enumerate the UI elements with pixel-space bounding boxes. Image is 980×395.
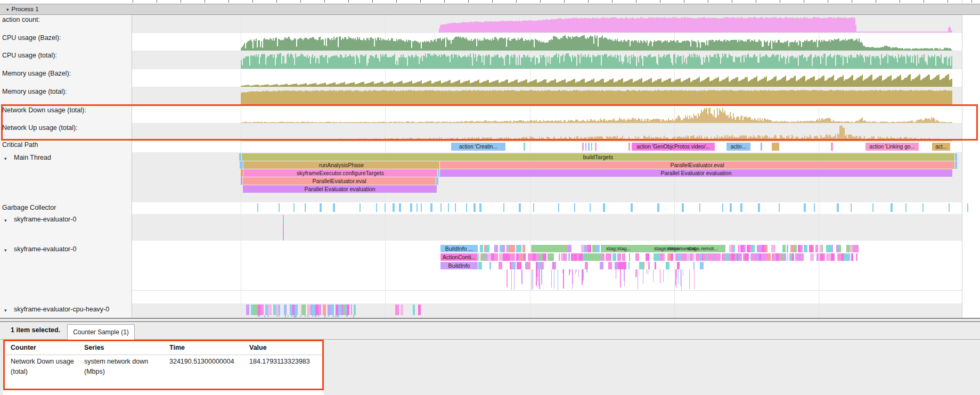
skyframe-seg[interactable] [513,253,515,261]
skyframe-seg[interactable] [655,262,656,269]
skyframe-seg[interactable] [858,245,859,252]
skyframe-seg[interactable] [488,245,489,252]
cpu-heavy-seg[interactable] [401,305,403,315]
critical-path-band[interactable] [132,142,962,152]
gc-tick[interactable] [393,203,395,212]
skyframe-seg[interactable] [566,253,567,261]
gc-tick[interactable] [905,203,907,212]
skyframe-seg[interactable] [522,245,525,252]
skyframe-seg[interactable] [512,245,515,252]
skyframe-seg[interactable] [687,253,690,261]
gc-tick[interactable] [257,203,258,212]
gc-tick[interactable] [410,203,412,212]
collapse-arrow-icon[interactable]: ▾ [4,308,7,313]
gc-tick[interactable] [872,203,873,212]
critical-path-action-box[interactable] [582,143,584,151]
gc-tick[interactable] [699,203,700,212]
col-header-series[interactable]: Series [84,344,104,351]
gc-tick[interactable] [279,203,280,212]
sidebar-item-critical-path[interactable]: Critical Path [0,141,132,151]
main-thread-slice[interactable]: Parallel Evaluator evaluation [440,169,952,177]
skyframe-seg[interactable] [660,253,664,261]
cpu-heavy-seg[interactable] [418,305,421,315]
skyframe-seg[interactable] [541,262,544,269]
skyframe-evaluator-0-band-1[interactable] [132,214,962,241]
skyframe-seg[interactable] [579,253,583,261]
collapse-arrow-icon[interactable]: ▾ [4,248,7,253]
skyframe-seg[interactable] [478,253,479,261]
critical-path-action-box[interactable]: action 'GenObjcProtos video/... [632,143,715,151]
skyframe-seg[interactable] [643,262,644,269]
skyframe-slice[interactable]: ActionConti... [440,253,478,261]
gc-tick[interactable] [455,203,456,212]
cpu-heavy-seg[interactable] [395,305,399,315]
cpu-heavy-seg[interactable] [285,305,287,315]
gc-tick[interactable] [631,203,633,212]
skyframe-seg[interactable] [585,262,588,269]
critical-path-action-box[interactable]: actio... [726,143,750,151]
skyframe-seg[interactable] [678,253,682,261]
skyframe-seg[interactable] [792,253,794,261]
skyframe-seg[interactable] [559,253,560,261]
skyframe-green-zone[interactable] [532,245,567,252]
critical-path-action-box[interactable] [585,143,586,151]
main-thread-slice[interactable] [438,169,439,177]
skyframe-seg[interactable] [787,253,788,261]
cpu-heavy-seg[interactable] [323,305,326,315]
skyframe-seg[interactable] [738,253,742,261]
gc-tick[interactable] [657,203,659,212]
skyframe-seg[interactable] [489,262,491,269]
skyframe-seg[interactable] [648,262,650,269]
gc-tick[interactable] [440,203,442,212]
cpu-heavy-seg[interactable] [320,305,321,315]
critical-path-action-box[interactable] [524,143,525,151]
counter-band-network-down-usage-total[interactable] [132,105,962,124]
cpu-heavy-seg[interactable] [351,305,352,315]
skyframe-seg[interactable] [648,253,649,261]
skyframe-seg[interactable] [744,245,746,252]
skyframe-seg[interactable] [499,253,503,261]
skyframe-seg[interactable] [828,245,832,252]
skyframe-seg[interactable] [856,253,858,261]
gc-tick[interactable] [804,203,806,212]
gc-tick[interactable] [466,203,467,212]
main-thread-slice[interactable] [239,153,241,161]
cpu-heavy-seg[interactable] [260,305,264,315]
gc-tick[interactable] [421,203,422,212]
sidebar-item-memory-usage-total[interactable]: Memory usage (total): [0,88,132,97]
critical-path-action-box[interactable] [761,143,762,151]
skyframe-seg[interactable] [671,253,673,261]
skyframe-seg[interactable] [802,245,803,252]
skyframe-seg[interactable] [733,245,735,252]
main-thread-slice[interactable] [241,177,242,185]
gc-tick[interactable] [779,203,780,212]
skyframe-seg[interactable] [692,253,695,261]
gc-tick[interactable] [891,203,893,212]
skyframe-seg[interactable] [693,262,695,269]
critical-path-action-box[interactable]: action 'Linking go... [865,143,919,151]
skyframe-seg[interactable] [757,245,761,252]
skyframe-seg[interactable] [637,253,639,261]
critical-path-action-box[interactable] [595,143,597,151]
main-thread-slice[interactable] [955,161,957,169]
skyframe-seg[interactable] [847,253,850,261]
sidebar-item-action-count[interactable]: action count: [0,16,132,26]
cpu-heavy-seg[interactable] [347,305,349,315]
sidebar-item-skyframe-evaluator-cpu-heavy-0[interactable]: ▾skyframe-evaluator-cpu-heavy-0 [0,306,132,315]
gc-tick[interactable] [293,203,295,212]
skyframe-seg[interactable] [615,262,618,269]
main-thread-slice[interactable]: ParallelEvaluator.eval [243,177,436,185]
gc-tick[interactable] [399,203,401,212]
main-thread-slice[interactable]: Parallel Evaluator evaluation [243,185,437,193]
skyframe-seg[interactable] [851,253,853,261]
skyframe-seg[interactable] [677,262,680,269]
counter-band-cpu-usage-bazel[interactable] [132,33,962,51]
skyframe-seg[interactable] [767,253,771,261]
skyframe-seg[interactable] [801,253,804,261]
cpu-heavy-seg[interactable] [302,305,306,315]
skyframe-seg[interactable] [601,253,605,261]
skyframe-seg[interactable] [548,253,551,261]
gc-tick[interactable] [851,203,852,212]
gc-tick[interactable] [430,203,432,212]
skyframe-seg[interactable] [628,262,630,269]
